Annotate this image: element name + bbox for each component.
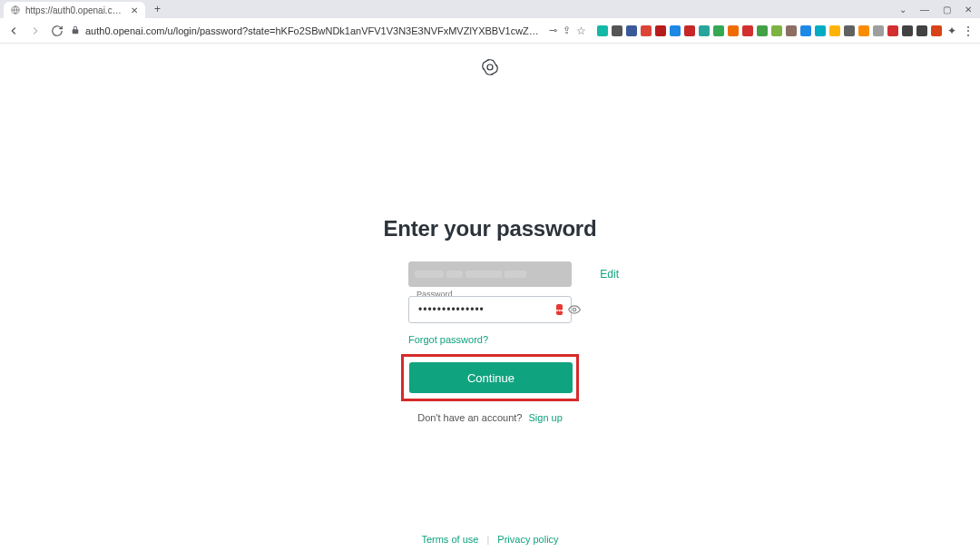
extension-icon[interactable] <box>931 25 942 36</box>
share-icon[interactable]: ⇪ <box>563 25 571 36</box>
close-window-icon[interactable]: ✕ <box>962 5 975 15</box>
key-icon[interactable]: ⊸ <box>549 25 557 36</box>
browser-tab-strip: https://auth0.openai.com/u/log… ✕ + ⌄ — … <box>0 0 980 18</box>
footer-separator: | <box>486 534 489 545</box>
reload-icon[interactable] <box>49 23 65 39</box>
extension-icon[interactable] <box>728 25 739 36</box>
window-controls: ⌄ — ▢ ✕ <box>897 0 975 18</box>
minimize-icon[interactable]: — <box>918 5 931 15</box>
chevron-down-icon[interactable]: ⌄ <box>897 5 909 15</box>
extension-icon[interactable] <box>670 25 681 36</box>
extension-icon[interactable] <box>815 25 826 36</box>
lock-icon <box>71 25 80 36</box>
tab-title: https://auth0.openai.com/u/log… <box>25 5 125 15</box>
forward-icon <box>27 23 44 39</box>
continue-highlight-box: Continue <box>401 354 579 401</box>
new-tab-button[interactable]: + <box>151 3 164 15</box>
extension-icon[interactable] <box>713 25 724 36</box>
extensions-bar <box>597 25 942 36</box>
url-text: auth0.openai.com/u/login/password?state=… <box>85 25 544 36</box>
extension-icon[interactable] <box>771 25 782 36</box>
svg-point-1 <box>487 64 493 70</box>
extension-icon[interactable] <box>887 25 898 36</box>
extension-icon[interactable] <box>800 25 811 36</box>
signup-link[interactable]: Sign up <box>529 412 563 423</box>
extension-icon[interactable] <box>626 25 637 36</box>
forgot-password-row: Forgot password? <box>408 334 572 345</box>
extension-icon[interactable] <box>786 25 797 36</box>
star-icon[interactable]: ☆ <box>576 25 586 37</box>
continue-button[interactable]: Continue <box>409 362 573 393</box>
page-title: Enter your password <box>340 216 640 242</box>
show-password-icon[interactable] <box>568 303 581 316</box>
forgot-password-link[interactable]: Forgot password? <box>408 334 488 345</box>
extension-icon[interactable] <box>612 25 622 36</box>
menu-icon[interactable]: ⋮ <box>962 24 975 38</box>
signup-row: Don't have an account? Sign up <box>340 412 640 423</box>
extensions-icon[interactable]: ✦ <box>947 25 956 37</box>
email-display <box>408 261 572 287</box>
email-row: Edit <box>408 261 572 287</box>
extension-icon[interactable] <box>916 25 927 36</box>
browser-tab[interactable]: https://auth0.openai.com/u/log… ✕ <box>4 2 145 18</box>
password-input[interactable] <box>416 302 556 317</box>
extension-icon[interactable] <box>742 25 753 36</box>
maximize-icon[interactable]: ▢ <box>940 5 953 15</box>
extension-icon[interactable] <box>684 25 695 36</box>
extension-icon[interactable] <box>641 25 652 36</box>
globe-icon <box>11 5 20 15</box>
edit-email-link[interactable]: Edit <box>600 268 619 281</box>
page-body: Enter your password Edit Password ••• Fo… <box>0 44 980 552</box>
footer: Terms of use | Privacy policy <box>421 534 558 545</box>
extension-icon[interactable] <box>757 25 768 36</box>
browser-address-bar: auth0.openai.com/u/login/password?state=… <box>0 18 980 44</box>
login-card: Enter your password Edit Password ••• Fo… <box>340 216 640 423</box>
privacy-link[interactable]: Privacy policy <box>497 534 558 545</box>
password-field[interactable]: ••• <box>408 296 572 323</box>
extension-icon[interactable] <box>699 25 710 36</box>
svg-point-2 <box>573 308 577 311</box>
password-field-wrap: Password ••• <box>408 296 572 323</box>
extension-icon[interactable] <box>829 25 840 36</box>
extension-icon[interactable] <box>902 25 913 36</box>
url-box[interactable]: auth0.openai.com/u/login/password?state=… <box>71 25 544 36</box>
extension-icon[interactable] <box>844 25 855 36</box>
openai-logo <box>479 56 501 82</box>
extension-icon[interactable] <box>597 25 608 36</box>
address-bar-right: ⊸ ⇪ ☆ ✦ ⋮ <box>549 24 975 38</box>
back-icon[interactable] <box>5 23 22 39</box>
extension-icon[interactable] <box>655 25 666 36</box>
signup-prompt: Don't have an account? <box>417 412 522 423</box>
terms-link[interactable]: Terms of use <box>421 534 478 545</box>
password-manager-badge-icon[interactable]: ••• <box>556 304 563 315</box>
extension-icon[interactable] <box>858 25 869 36</box>
extension-icon[interactable] <box>873 25 884 36</box>
close-icon[interactable]: ✕ <box>131 5 138 15</box>
